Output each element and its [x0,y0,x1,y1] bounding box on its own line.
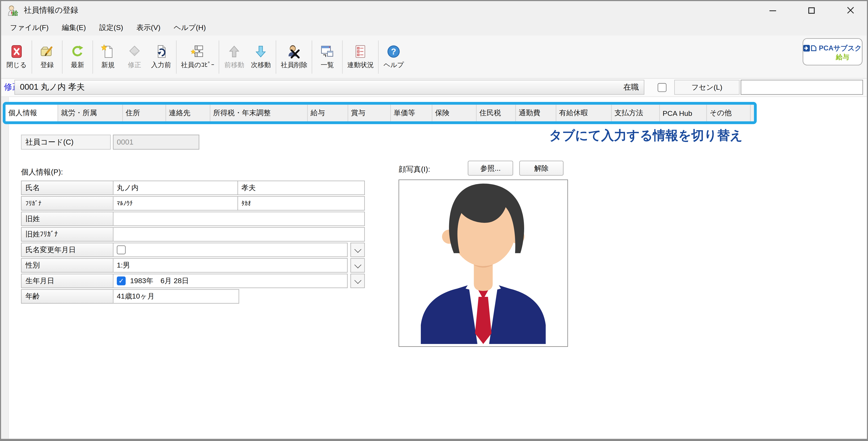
maiden-name-kana-field[interactable] [114,227,365,241]
personal-info-table: 氏名 丸ノ内 孝夫 ﾌﾘｶﾞﾅ ﾏﾙﾉｳﾁ ﾀｶｵ 旧姓 旧姓ﾌﾘｶﾞﾅ 氏名変… [21,181,365,305]
toolbar-separator [378,40,379,74]
tab-others[interactable]: その他 [707,105,750,121]
tab-contact[interactable]: 連絡先 [166,105,210,121]
menu-help[interactable]: ヘルプ(H) [167,20,213,35]
toolbar-link-status-button[interactable]: 連動状況 [344,38,376,76]
annotation-text: タブにて入力する情報を切り替え [549,127,743,144]
table-row: 氏名変更年月日 [21,243,365,257]
chevron-down-icon [354,245,361,253]
edit-icon [127,44,142,58]
delete-person-icon [287,44,301,58]
gender-field[interactable]: 1:男 [114,258,348,273]
employment-status: 在職 [623,82,639,92]
pca-subscription-badge[interactable]: PCAサブスク 給与 [803,38,863,65]
tab-payment-method[interactable]: 支払方法 [612,105,660,121]
register-icon [40,44,54,58]
minimize-icon [769,6,777,14]
app-icon: 給 [7,4,19,17]
first-name-field[interactable]: 孝夫 [238,181,365,195]
birth-date-field[interactable]: 1983年 6月 28日 [114,274,348,288]
up-arrow-icon [227,44,241,58]
photo-label: 顔写真(I): [399,165,430,175]
fusen-label: フセン(L) [674,80,740,95]
table-row: 年齢 41歳10ヶ月 [21,289,365,304]
toolbar-prev-button: 前移動 [221,38,248,76]
first-name-kana-field[interactable]: ﾀｶｵ [238,196,365,210]
toolbar-separator [276,40,276,74]
toolbar-new-button[interactable]: 新規 [95,38,121,76]
tab-salary[interactable]: 給与 [308,105,348,121]
refresh-icon [70,44,85,58]
chevron-down-icon [354,261,361,268]
toolbar-delete-employee-button[interactable]: 社員削除 [278,38,310,76]
last-name-kana-field[interactable]: ﾏﾙﾉｳﾁ [114,196,238,210]
undo-document-icon [154,44,168,58]
toolbar-latest-button[interactable]: 最新 [64,38,91,76]
toolbar-close-button[interactable]: 閉じる [3,38,30,76]
birth-date-dropdown[interactable] [350,274,365,288]
app-window: 給 社員情報の登録 ファイル(F) 編集(E) 設定(S) 表示(V) ヘルプ(… [0,0,868,441]
maiden-name-field[interactable] [114,212,365,226]
toolbar-separator [32,40,32,74]
toolbar-separator [62,40,63,74]
menu-settings[interactable]: 設定(S) [93,20,130,35]
tab-highlight-annotation: 個人情報 就労・所属 住所 連絡先 所得税・年末調整 給与 賞与 単価等 保険 … [3,102,757,124]
name-change-date-field[interactable] [114,243,348,257]
tab-pca-hub[interactable]: PCA Hub [660,105,707,121]
photo-browse-button[interactable]: 参照... [468,160,513,176]
birth-date-checkbox[interactable] [117,276,126,285]
fusen-input[interactable] [741,80,863,95]
copy-icon [191,44,205,58]
toolbar-separator [312,40,312,74]
help-icon: ? [386,44,401,58]
tab-unit-price[interactable]: 単価等 [391,105,432,121]
menu-bar: ファイル(F) 編集(E) 設定(S) 表示(V) ヘルプ(H) [1,20,867,35]
toolbar: 閉じる 登録 最新 新規 [1,35,867,79]
employee-code-input: 0001 [113,135,199,150]
photo-clear-button[interactable]: 解除 [519,160,563,176]
name-change-date-checkbox[interactable] [117,245,126,254]
fusen-checkbox[interactable] [658,83,666,92]
age-field: 41歳10ヶ月 [114,289,239,304]
toolbar-before-input-button[interactable]: 入力前 [148,38,174,76]
toolbar-copy-employee-button[interactable]: 社員のｺﾋﾟｰ [178,38,217,76]
tab-resident-tax[interactable]: 住民税 [477,105,516,121]
new-document-icon [101,44,115,58]
employee-display-bar: 0001 丸ノ内 孝夫 在職 [14,80,644,95]
down-arrow-icon [254,44,268,58]
tab-commuting[interactable]: 通勤費 [516,105,556,121]
tab-bonus[interactable]: 賞与 [348,105,391,121]
minimize-button[interactable] [760,1,786,20]
toolbar-edit-button: 修正 [121,38,148,76]
toolbar-help-button[interactable]: ? ヘルプ [380,38,407,76]
toolbar-next-button[interactable]: 次移動 [248,38,274,76]
pca-logo-icon [803,44,817,52]
avatar-illustration [401,180,566,344]
status-row: 修正 0001 丸ノ内 孝夫 在職 フセン(L) [1,79,867,97]
tab-address[interactable]: 住所 [123,105,166,121]
close-button[interactable] [837,1,864,20]
menu-edit[interactable]: 編集(E) [55,20,93,35]
toolbar-separator [92,40,93,74]
table-row: 旧姓ﾌﾘｶﾞﾅ [21,227,365,241]
close-window-icon [9,44,24,58]
name-change-date-dropdown[interactable] [350,243,365,257]
list-window-icon [320,44,334,58]
last-name-field[interactable]: 丸ノ内 [114,181,238,195]
checklist-icon [353,44,368,58]
tab-insurance[interactable]: 保険 [432,105,477,121]
gender-dropdown[interactable] [350,258,365,273]
svg-text:給: 給 [12,9,18,16]
table-row: ﾌﾘｶﾞﾅ ﾏﾙﾉｳﾁ ﾀｶｵ [21,196,365,210]
tab-employment[interactable]: 就労・所属 [58,105,123,121]
menu-file[interactable]: ファイル(F) [3,20,55,35]
menu-view[interactable]: 表示(V) [130,20,167,35]
tab-paid-leave[interactable]: 有給休暇 [556,105,612,121]
toolbar-list-button[interactable]: 一覧 [314,38,341,76]
toolbar-register-button[interactable]: 登録 [34,38,60,76]
employee-photo [399,180,568,347]
tab-income-tax[interactable]: 所得税・年末調整 [210,105,308,121]
toolbar-separator [176,40,177,74]
maximize-button[interactable] [798,1,825,20]
tab-personal-info[interactable]: 個人情報 [5,105,58,121]
